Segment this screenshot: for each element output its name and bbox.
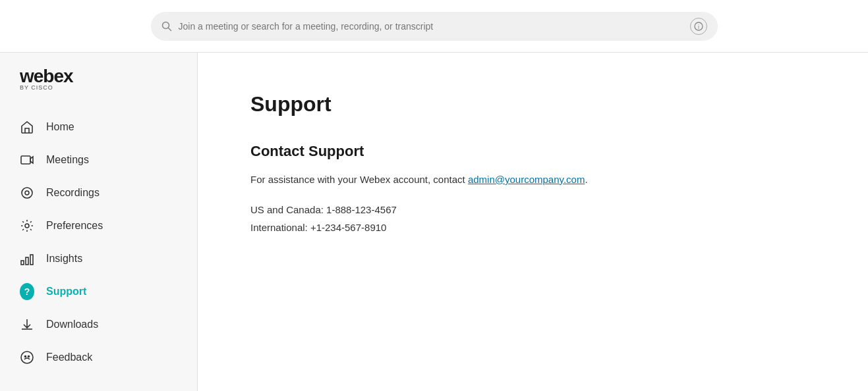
downloads-icon [20,317,34,332]
sidebar-item-label-recordings: Recordings [46,187,100,199]
svg-rect-9 [26,257,28,265]
sidebar-item-insights[interactable]: Insights [0,242,197,275]
layout: webex BY CISCO Home Meetings [0,53,868,391]
sidebar-item-support[interactable]: ? Support [0,275,197,308]
phone-intl: International: +1-234-567-8910 [250,219,815,236]
meetings-icon [20,153,34,167]
svg-point-7 [25,224,29,228]
sidebar-item-label-meetings: Meetings [46,154,89,166]
search-bar: i [151,12,718,41]
sidebar-item-label-home: Home [46,121,74,133]
svg-point-13 [28,356,30,357]
svg-point-11 [21,352,33,363]
support-icon: ? [20,284,34,299]
description-suffix: . [585,174,587,185]
svg-point-5 [22,188,32,198]
sidebar-item-downloads[interactable]: Downloads [0,308,197,341]
preferences-icon [20,219,34,233]
sidebar-item-label-feedback: Feedback [46,352,92,363]
section-title: Contact Support [250,143,815,160]
svg-rect-8 [21,261,24,265]
sidebar-item-feedback[interactable]: Feedback [0,341,197,374]
phone-us: US and Canada: 1-888-123-4567 [250,201,815,219]
sidebar-item-label-support: Support [46,286,86,298]
svg-rect-4 [21,156,30,164]
sidebar-item-meetings[interactable]: Meetings [0,143,197,176]
search-input[interactable] [179,21,683,32]
svg-rect-10 [30,255,33,265]
svg-point-6 [25,191,29,195]
support-description: For assistance with your Webex account, … [250,172,815,188]
search-icon [161,21,172,32]
description-prefix: For assistance with your Webex account, … [250,174,468,185]
home-icon [20,120,34,134]
svg-point-12 [25,356,26,357]
sidebar-item-recordings[interactable]: Recordings [0,176,197,209]
sidebar-item-label-preferences: Preferences [46,220,103,232]
feedback-icon [20,350,34,365]
main-content: Support Contact Support For assistance w… [198,53,868,391]
sidebar-item-label-insights: Insights [46,253,82,265]
header: i [0,0,868,53]
sidebar-item-label-downloads: Downloads [46,319,98,330]
info-icon[interactable]: i [690,18,707,35]
logo: webex BY CISCO [0,66,197,111]
svg-text:i: i [698,24,699,30]
svg-line-1 [168,28,171,30]
contact-email-link[interactable]: admin@yourcompany.com [468,174,585,185]
recordings-icon [20,186,34,200]
insights-icon [20,251,34,266]
sidebar-item-preferences[interactable]: Preferences [0,209,197,242]
sidebar: webex BY CISCO Home Meetings [0,53,198,391]
logo-sub: BY CISCO [20,84,177,91]
page-title: Support [250,92,815,117]
phone-lines: US and Canada: 1-888-123-4567 Internatio… [250,201,815,236]
sidebar-item-home[interactable]: Home [0,111,197,143]
